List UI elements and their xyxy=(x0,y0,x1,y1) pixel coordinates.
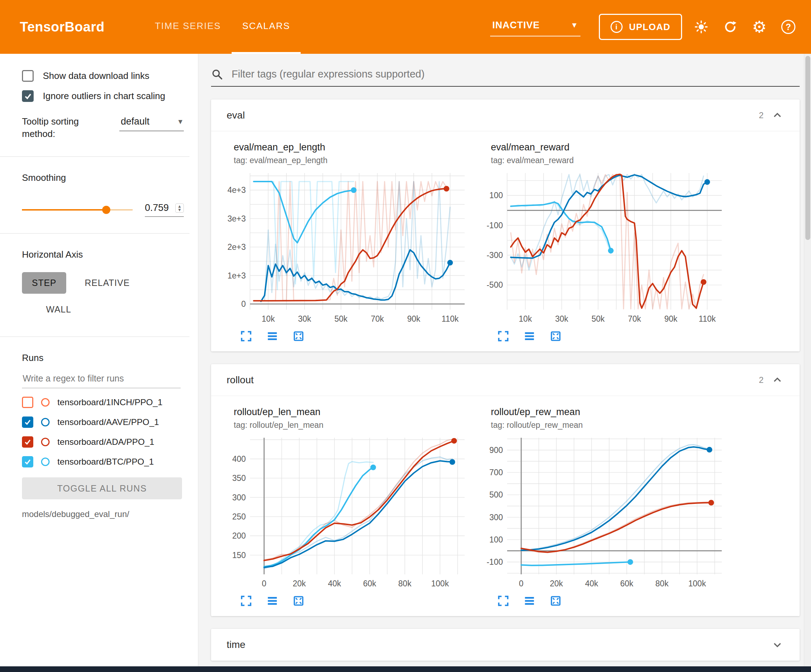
card-header[interactable]: eval 2 xyxy=(211,100,800,131)
smoothing-slider-handle[interactable] xyxy=(102,206,110,214)
runs-filter-input[interactable] xyxy=(22,371,181,388)
brightness-icon[interactable] xyxy=(691,17,711,37)
tag-filter-input[interactable] xyxy=(231,68,800,80)
stepper-down-icon[interactable]: ▼ xyxy=(177,208,182,212)
settings-gear-icon[interactable]: ⚙ xyxy=(749,17,769,37)
run-row-aave[interactable]: tensorboard/AAVE/PPO_1 xyxy=(22,416,184,428)
smoothing-value-box[interactable]: 0.759 ▲ ▼ xyxy=(145,202,184,217)
smoothing-value: 0.759 xyxy=(145,202,169,213)
fit-domain-icon[interactable] xyxy=(549,594,562,608)
vertical-scrollbar[interactable] xyxy=(804,54,811,666)
line-chart[interactable]: 10k30k50k70k90k110k100-100-300-500 xyxy=(476,169,724,329)
svg-text:10k: 10k xyxy=(519,314,532,323)
svg-text:30k: 30k xyxy=(298,314,312,323)
chart-tag: tag: eval/mean_reward xyxy=(491,156,728,165)
tab-scalars[interactable]: SCALARS xyxy=(232,0,301,54)
data-table-icon[interactable] xyxy=(523,594,536,608)
fit-domain-icon[interactable] xyxy=(292,594,305,608)
run-checkbox-icon[interactable] xyxy=(22,397,33,408)
svg-text:2e+3: 2e+3 xyxy=(227,242,246,252)
line-chart[interactable]: 020k40k60k80k100k150200250300350400 xyxy=(219,433,467,593)
header-actions: INACTIVE ▼ i UPLOAD xyxy=(490,14,798,40)
run-checkbox-icon[interactable] xyxy=(22,436,33,448)
card-header[interactable]: time xyxy=(211,629,800,661)
expand-chevron-down-icon[interactable] xyxy=(770,638,784,652)
svg-text:20k: 20k xyxy=(550,579,563,588)
chart-tag: tag: rollout/ep_rew_mean xyxy=(491,420,728,430)
collapse-chevron-up-icon[interactable] xyxy=(770,373,784,387)
chart-toolbar xyxy=(239,594,470,608)
show-download-links-checkbox[interactable]: Show data download links xyxy=(22,70,184,82)
fullscreen-icon[interactable] xyxy=(239,330,253,343)
upload-button[interactable]: i UPLOAD xyxy=(599,14,682,40)
card-header[interactable]: rollout 2 xyxy=(211,364,800,396)
refresh-icon[interactable] xyxy=(720,17,740,37)
svg-text:0: 0 xyxy=(262,579,266,588)
runs-heading: Runs xyxy=(22,352,184,364)
line-chart[interactable]: 10k30k50k70k90k110k01e+32e+33e+34e+3 xyxy=(219,169,467,329)
chart-card: eval/mean_ep_length tag: eval/mean_ep_le… xyxy=(219,142,470,343)
run-color-swatch xyxy=(41,438,49,446)
line-chart[interactable]: 020k40k60k80k100k-100100300500700900 xyxy=(476,433,724,593)
horizontal-axis-heading: Horizontal Axis xyxy=(22,249,184,260)
bottom-edge-bar xyxy=(0,666,811,672)
data-table-icon[interactable] xyxy=(523,330,536,343)
axis-step-button[interactable]: STEP xyxy=(22,272,66,294)
chart-tag: tag: eval/mean_ep_length xyxy=(234,156,470,165)
run-row-ada[interactable]: tensorboard/ADA/PPO_1 xyxy=(22,436,184,448)
tooltip-sorting-value: default xyxy=(121,116,149,127)
data-table-icon[interactable] xyxy=(266,330,279,343)
svg-text:80k: 80k xyxy=(399,579,412,588)
axis-relative-button[interactable]: RELATIVE xyxy=(75,272,139,294)
status-dropdown-value: INACTIVE xyxy=(492,20,540,31)
main-tabs: TIME SERIES SCALARS xyxy=(144,0,301,54)
svg-text:500: 500 xyxy=(489,490,503,499)
app-header: TensorBoard TIME SERIES SCALARS INACTIVE… xyxy=(0,0,811,54)
scrollbar-thumb[interactable] xyxy=(805,56,810,240)
axis-wall-button[interactable]: WALL xyxy=(36,299,81,320)
divider xyxy=(0,156,190,157)
tab-time-series[interactable]: TIME SERIES xyxy=(144,0,232,54)
svg-text:-300: -300 xyxy=(487,251,503,260)
svg-text:150: 150 xyxy=(232,551,246,560)
data-table-icon[interactable] xyxy=(266,594,279,608)
checkbox-label: Ignore outliers in chart scaling xyxy=(43,91,165,102)
fullscreen-icon[interactable] xyxy=(239,594,253,608)
chart-card: rollout/ep_rew_mean tag: rollout/ep_rew_… xyxy=(476,406,728,608)
svg-text:250: 250 xyxy=(232,512,246,521)
fullscreen-icon[interactable] xyxy=(497,594,510,608)
number-stepper[interactable]: ▲ ▼ xyxy=(175,203,184,213)
svg-text:100k: 100k xyxy=(689,579,706,588)
svg-text:-500: -500 xyxy=(487,280,503,289)
smoothing-heading: Smoothing xyxy=(22,172,184,183)
fit-domain-icon[interactable] xyxy=(292,330,305,343)
runs-logdir-path: models/debugged_eval_run/ xyxy=(22,509,184,519)
checkbox-icon xyxy=(22,70,34,82)
svg-text:900: 900 xyxy=(489,445,503,455)
svg-text:0: 0 xyxy=(519,579,523,588)
run-row-btc[interactable]: tensorboard/BTC/PPO_1 xyxy=(22,456,184,467)
svg-text:80k: 80k xyxy=(655,579,669,588)
card-title: rollout xyxy=(227,374,254,386)
ignore-outliers-checkbox[interactable]: Ignore outliers in chart scaling xyxy=(22,90,184,102)
collapse-chevron-up-icon[interactable] xyxy=(770,108,784,122)
tooltip-sorting-select[interactable]: default ▾ xyxy=(119,115,184,131)
divider xyxy=(0,337,190,337)
svg-text:50k: 50k xyxy=(334,314,348,323)
svg-text:100: 100 xyxy=(489,191,503,200)
svg-text:60k: 60k xyxy=(620,579,634,588)
run-checkbox-icon[interactable] xyxy=(22,456,33,467)
fit-domain-icon[interactable] xyxy=(549,330,562,343)
info-icon: i xyxy=(611,21,623,33)
smoothing-slider[interactable] xyxy=(22,209,133,210)
status-dropdown[interactable]: INACTIVE ▼ xyxy=(490,18,580,36)
run-row-1inch[interactable]: tensorboard/1INCH/PPO_1 xyxy=(22,397,184,408)
toggle-all-runs-button[interactable]: TOGGLE ALL RUNS xyxy=(22,477,182,499)
help-icon[interactable]: ? xyxy=(779,17,798,37)
divider xyxy=(0,233,190,234)
run-checkbox-icon[interactable] xyxy=(22,416,33,428)
fullscreen-icon[interactable] xyxy=(497,330,510,343)
tag-group-card-rollout: rollout 2 rollout/ep_len_mean tag: rollo… xyxy=(211,364,800,616)
app-title: TensorBoard xyxy=(20,19,105,35)
chart-title: eval/mean_reward xyxy=(491,142,728,153)
